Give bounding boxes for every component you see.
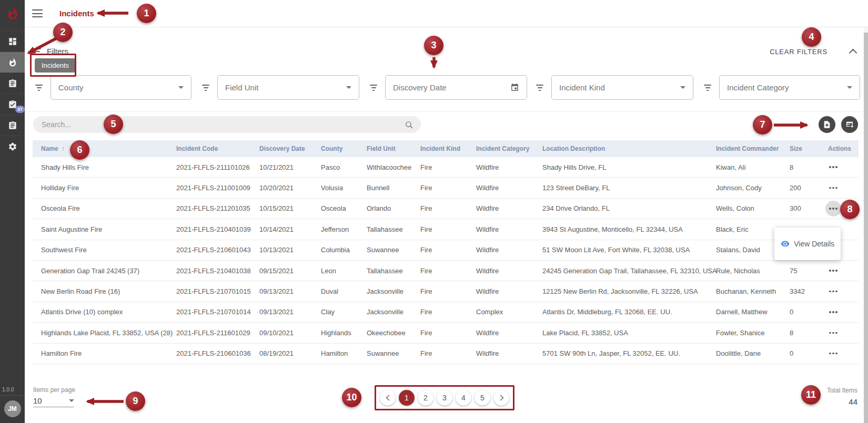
cell-incident-kind: Fire: [412, 184, 468, 192]
items-per-page-select[interactable]: 10: [33, 395, 74, 407]
export-table-button[interactable]: [841, 116, 858, 133]
table-row[interactable]: Hamilton Fire 2021-FLFLS-210601036 08/19…: [33, 344, 859, 364]
calendar-icon[interactable]: [510, 83, 519, 92]
table-row[interactable]: New Berlin Road Fire (16) 2021-FLFLS-210…: [33, 281, 859, 302]
chevron-up-icon[interactable]: [849, 49, 857, 57]
filter-group-incident-category: Incident Category: [703, 75, 860, 100]
cell-size: 8: [781, 329, 820, 337]
cell-name: Generation Gap Trail 24245 (37): [33, 267, 168, 275]
column-header-incident-code[interactable]: Incident Code: [168, 145, 251, 152]
cell-incident-kind: Fire: [412, 287, 468, 295]
cell-location: 51 SW Moon Lit Ave, Fort White, FL 32038…: [534, 246, 708, 254]
cell-location: 234 Drive Orlando, FL: [534, 204, 708, 212]
sidebar-item-forms[interactable]: [0, 115, 25, 136]
column-header-size[interactable]: Size: [781, 145, 820, 152]
table-row[interactable]: Generation Gap Trail 24245 (37) 2021-FLF…: [33, 261, 859, 281]
chevron-down-icon: [847, 86, 852, 89]
cell-incident-kind: Fire: [412, 225, 468, 233]
row-actions-button[interactable]: [825, 284, 841, 300]
export-file-button[interactable]: [819, 116, 835, 133]
export-file-icon: [823, 120, 831, 129]
cell-incident-category: Wildfire: [468, 225, 534, 233]
cell-name: Saint Augustine Fire: [33, 225, 168, 233]
discovery-date-filter-input[interactable]: Discovery Date: [385, 75, 527, 100]
hamburger-menu-icon[interactable]: [32, 9, 43, 17]
cell-field-unit: Tallahassee: [358, 267, 412, 275]
sidebar-item-reports[interactable]: [0, 73, 25, 94]
incident-category-filter-select[interactable]: Incident Category: [719, 75, 860, 100]
cell-discovery-date: 09/10/2021: [251, 329, 312, 337]
avatar[interactable]: JM: [4, 400, 21, 417]
column-header-discovery-date[interactable]: Discovery Date: [251, 145, 312, 152]
sidebar-item-tasks[interactable]: 37: [0, 94, 25, 115]
cell-field-unit: Okeechobee: [358, 329, 412, 337]
cell-county: Duval: [312, 287, 358, 295]
cell-incident-code: 2021-FLFLS-210401038: [168, 267, 251, 275]
annotation-3: 3: [424, 36, 443, 55]
clear-filters-button[interactable]: CLEAR FILTERS: [754, 48, 827, 56]
county-filter-select[interactable]: County: [51, 75, 191, 100]
column-header-incident-kind[interactable]: Incident Kind: [412, 145, 468, 152]
cell-incident-category: Complex: [468, 308, 534, 316]
cell-location: Lake Placid, FL 33852, USA: [534, 329, 708, 337]
annotation-1: 1: [137, 4, 156, 23]
cell-incident-code: 2021-FLFLS-210701015: [168, 287, 251, 295]
cell-field-unit: Tallahassee: [358, 225, 412, 233]
filter-group-field-unit: Field Unit: [201, 75, 359, 100]
table-header-row: Name Incident Code Discovery Date County…: [33, 140, 859, 157]
column-header-field-unit[interactable]: Field Unit: [358, 145, 412, 152]
sidebar-item-incidents[interactable]: [0, 51, 25, 73]
search-placeholder: Search...: [42, 120, 405, 129]
scrollbar-thumb[interactable]: [864, 33, 868, 423]
cell-incident-category: Wildfire: [468, 246, 534, 254]
clipboard-icon: [8, 79, 17, 88]
table-add-icon: [845, 120, 854, 129]
column-header-name[interactable]: Name: [33, 145, 168, 152]
cell-discovery-date: 10/21/2021: [251, 163, 312, 171]
cell-county: Leon: [312, 267, 358, 275]
column-header-location[interactable]: Location Description: [534, 145, 708, 152]
row-actions-button[interactable]: [825, 201, 841, 216]
sidebar-item-settings[interactable]: [0, 136, 25, 157]
filter-group-county: County: [35, 75, 191, 100]
table-row[interactable]: Osceola Fire 2021-FLFLS-211201035 10/15/…: [33, 199, 859, 219]
clipboard-icon: [8, 121, 17, 130]
sidebar-item-dashboard[interactable]: [0, 30, 25, 51]
annotation-rect-pagination: [375, 385, 514, 410]
row-actions-button[interactable]: [825, 263, 841, 278]
table-row[interactable]: Southwest Fire 2021-FLFLS-210601043 10/1…: [33, 240, 859, 261]
table-row[interactable]: Shady Hills Fire 2021-FLFLS-211101026 10…: [33, 157, 859, 178]
annotation-11: 11: [801, 385, 821, 405]
row-actions-button[interactable]: [825, 180, 841, 196]
row-actions-button[interactable]: [825, 346, 841, 362]
table-row[interactable]: Holliday Fire 2021-FLFLS-211001009 10/20…: [33, 178, 859, 198]
row-actions-button[interactable]: [825, 304, 841, 320]
filter-icon: [35, 85, 43, 91]
row-actions-button[interactable]: [825, 325, 841, 341]
cell-incident-category: Wildfire: [468, 287, 534, 295]
cell-name: New Berlin Road Fire (16): [33, 287, 168, 295]
incident-kind-filter-select[interactable]: Incident Kind: [551, 75, 693, 100]
column-header-incident-category[interactable]: Incident Category: [468, 145, 534, 152]
table-row[interactable]: Saint Augustine Fire 2021-FLFLS-21040103…: [33, 219, 859, 240]
cell-commander: Rule, Nicholas: [708, 267, 781, 275]
cell-county: Pasco: [312, 163, 358, 171]
incidents-page: { "topbar": { "title": "Incidents" }, "s…: [0, 0, 868, 423]
table-row[interactable]: Highlands Lake Placid, FL 33852, USA (28…: [33, 323, 859, 343]
search-icon[interactable]: [405, 120, 413, 129]
column-header-county[interactable]: County: [312, 145, 358, 152]
cell-location: 123 Street DeBary, FL: [534, 184, 708, 192]
row-actions-button[interactable]: [825, 159, 841, 175]
field-unit-filter-select[interactable]: Field Unit: [217, 75, 359, 100]
cell-name: Highlands Lake Placid, FL 33852, USA (28…: [33, 329, 168, 337]
column-header-commander[interactable]: Incident Commander: [708, 145, 781, 152]
cell-incident-code: 2021-FLFLS-210701014: [168, 308, 251, 316]
table-row[interactable]: Atlantis Drive (10) complex 2021-FLFLS-2…: [33, 302, 859, 323]
annotation-4: 4: [802, 27, 821, 47]
search-input[interactable]: Search...: [33, 116, 421, 133]
filter-icon: [703, 85, 712, 91]
cell-commander: Kiwan, Ali: [708, 163, 781, 171]
cell-actions: [820, 325, 859, 341]
view-details-menu-item[interactable]: View Details: [774, 228, 841, 260]
cell-discovery-date: 10/20/2021: [251, 184, 312, 192]
